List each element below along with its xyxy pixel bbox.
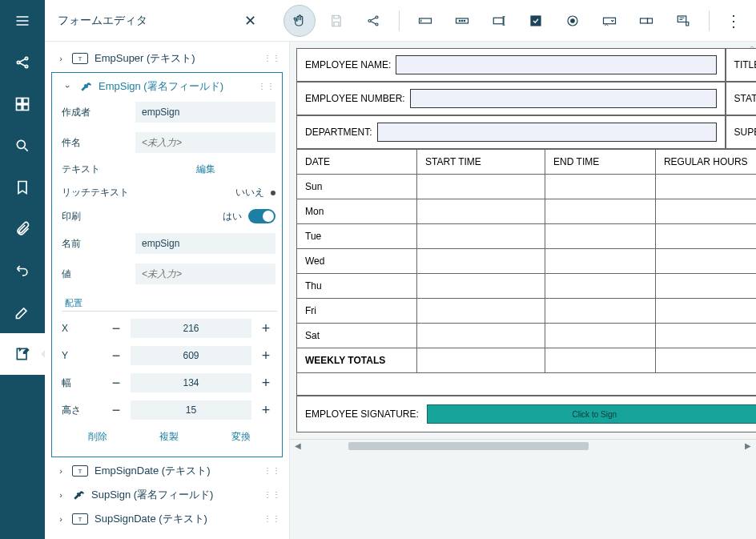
close-icon[interactable]: ✕ xyxy=(238,12,263,30)
edit-icon[interactable] xyxy=(0,292,45,333)
svg-rect-4 xyxy=(23,99,29,104)
bookmark-icon[interactable] xyxy=(0,167,45,208)
chevron-right-icon: › xyxy=(56,490,66,500)
combobox-icon[interactable] xyxy=(593,5,625,37)
grid-icon[interactable] xyxy=(0,83,45,125)
table-row[interactable]: Wed xyxy=(297,249,757,274)
edit-text-link[interactable]: 編集 xyxy=(135,163,275,176)
print-toggle[interactable] xyxy=(248,209,275,223)
svg-point-0 xyxy=(17,61,19,63)
drag-icon[interactable]: ⋮⋮ xyxy=(263,517,281,521)
creator-input[interactable] xyxy=(135,102,275,123)
col-reg: REGULAR HOURS xyxy=(655,150,756,175)
name-input[interactable] xyxy=(135,233,275,254)
x-value[interactable]: 216 xyxy=(131,319,251,338)
svg-point-9 xyxy=(368,19,371,22)
scroll-thumb[interactable] xyxy=(348,442,589,450)
drag-icon[interactable]: ⋮⋮ xyxy=(263,469,281,473)
field-item[interactable]: › T EmpSuper (テキスト) ⋮⋮ xyxy=(45,46,289,70)
table-row[interactable]: Thu xyxy=(297,274,757,299)
h-value[interactable]: 15 xyxy=(131,400,251,420)
col-end: END TIME xyxy=(545,150,656,175)
emp-name-input[interactable] xyxy=(396,55,716,74)
text-input-icon[interactable] xyxy=(483,5,515,37)
drag-icon[interactable]: ⋮⋮ xyxy=(258,84,275,89)
svg-point-1 xyxy=(25,57,27,59)
w-decrement[interactable]: − xyxy=(107,372,126,393)
delete-button[interactable]: 削除 xyxy=(88,430,107,444)
more-icon[interactable]: ⋮ xyxy=(719,11,748,30)
button-field-icon[interactable] xyxy=(667,5,699,37)
svg-point-14 xyxy=(459,20,460,22)
field-item[interactable]: › T EmpSignDate (テキスト) ⋮⋮ xyxy=(45,459,289,483)
toggle-off-indicator xyxy=(271,191,275,195)
value-input[interactable] xyxy=(135,263,275,284)
svg-point-2 xyxy=(25,65,27,67)
y-value[interactable]: 609 xyxy=(131,346,251,365)
h-decrement[interactable]: − xyxy=(107,400,126,420)
svg-rect-23 xyxy=(648,18,653,23)
form-editor-icon[interactable] xyxy=(0,333,45,375)
y-increment[interactable]: + xyxy=(256,345,275,366)
layout-section-title: 配置 xyxy=(62,294,277,312)
share-icon[interactable] xyxy=(0,42,45,83)
listbox-icon[interactable] xyxy=(630,5,662,37)
search-icon[interactable] xyxy=(0,125,45,167)
signature-field[interactable]: Click to Sign xyxy=(427,404,756,424)
table-row[interactable]: Tue xyxy=(297,224,757,249)
text-field-glyph-icon: T xyxy=(72,465,88,477)
w-value[interactable]: 134 xyxy=(131,373,251,392)
w-increment[interactable]: + xyxy=(256,372,275,393)
dept-input[interactable] xyxy=(377,123,717,142)
table-row[interactable]: Sat xyxy=(297,324,757,348)
totals-row: WEEKLY TOTALS xyxy=(297,348,757,373)
table-row[interactable]: Mon xyxy=(297,199,757,224)
h-increment[interactable]: + xyxy=(256,400,275,420)
text-field-glyph-icon: T xyxy=(72,513,88,525)
x-increment[interactable]: + xyxy=(256,318,275,339)
page-title: フォームエディタ xyxy=(53,14,147,28)
drag-icon[interactable]: ⋮⋮ xyxy=(263,56,281,61)
table-row[interactable]: Sun xyxy=(297,175,757,199)
svg-point-10 xyxy=(376,16,378,18)
pan-tool-icon[interactable] xyxy=(284,5,316,37)
chevron-down-icon: › xyxy=(63,82,73,91)
password-field-icon[interactable] xyxy=(446,5,478,37)
field-item-selected[interactable]: › EmpSign (署名フィールド) ⋮⋮ xyxy=(58,76,280,97)
svg-rect-3 xyxy=(17,99,22,104)
x-decrement[interactable]: − xyxy=(107,318,126,339)
svg-rect-17 xyxy=(493,18,503,24)
scroll-up-icon[interactable] xyxy=(750,45,754,50)
drag-icon[interactable]: ⋮⋮ xyxy=(263,493,281,497)
text-field-icon[interactable] xyxy=(409,5,441,37)
share-tool-icon[interactable] xyxy=(357,5,389,37)
selected-field-block: › EmpSign (署名フィールド) ⋮⋮ 作成者 件名 テキスト編集 リッチ… xyxy=(51,72,283,457)
svg-rect-24 xyxy=(678,16,686,22)
emp-num-input[interactable] xyxy=(410,89,717,108)
scroll-right-icon[interactable]: ▶ xyxy=(745,441,751,450)
scroll-left-icon[interactable]: ◀ xyxy=(295,441,301,450)
chevron-right-icon: › xyxy=(56,466,66,476)
form-canvas[interactable]: EMPLOYEE NAME: TITLE: EMPLOYEE NUMBER: S… xyxy=(290,42,756,539)
subject-input[interactable] xyxy=(135,132,275,153)
checkbox-icon[interactable] xyxy=(520,5,552,37)
field-item[interactable]: › T SupSignDate (テキスト) ⋮⋮ xyxy=(45,507,289,531)
undo-icon[interactable] xyxy=(0,250,45,292)
topbar: フォームエディタ ✕ ⋮ xyxy=(45,0,756,42)
duplicate-button[interactable]: 複製 xyxy=(159,430,179,444)
convert-button[interactable]: 変換 xyxy=(231,430,251,444)
chevron-right-icon: › xyxy=(56,54,66,63)
attachment-icon[interactable] xyxy=(0,208,45,250)
svg-point-16 xyxy=(464,20,465,22)
save-icon xyxy=(320,5,352,37)
radio-icon[interactable] xyxy=(557,5,589,37)
table-row[interactable]: Fri xyxy=(297,299,757,324)
svg-rect-6 xyxy=(23,105,29,111)
menu-icon[interactable] xyxy=(0,0,45,42)
field-item[interactable]: › SupSign (署名フィールド) ⋮⋮ xyxy=(45,483,289,507)
col-date: DATE xyxy=(297,150,417,175)
spacer-row xyxy=(297,373,757,396)
y-decrement[interactable]: − xyxy=(107,345,126,366)
col-start: START TIME xyxy=(417,150,545,175)
horizontal-scrollbar[interactable]: ◀ ▶ xyxy=(290,439,756,452)
